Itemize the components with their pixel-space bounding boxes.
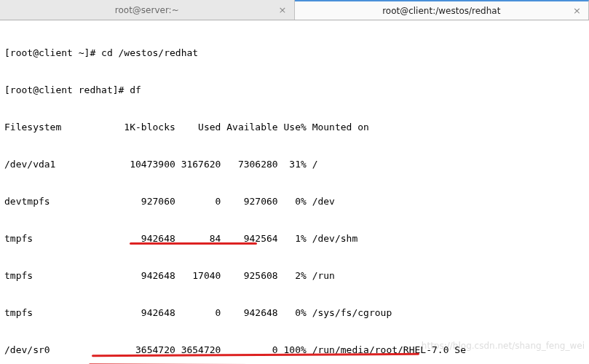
terminal-line: tmpfs 942648 17040 925608 2% /run <box>4 269 585 282</box>
terminal-line: Filesystem 1K-blocks Used Available Use%… <box>4 121 585 133</box>
terminal-line: [root@client ~]# cd /westos/redhat <box>4 47 585 59</box>
annotation-underline <box>130 242 257 245</box>
tab-server-title: root@server:~ <box>115 5 179 15</box>
terminal-line: /dev/vda1 10473900 3167620 7306280 31% / <box>4 158 585 170</box>
terminal-line: tmpfs 942648 84 942564 1% /dev/shm <box>4 232 585 245</box>
tab-server[interactable]: root@server:~ × <box>0 0 295 20</box>
terminal-output[interactable]: [root@client ~]# cd /westos/redhat [root… <box>0 20 589 364</box>
close-icon[interactable]: × <box>279 4 287 15</box>
tab-client[interactable]: root@client:/westos/redhat × <box>295 0 590 20</box>
tab-bar: root@server:~ × root@client:/westos/redh… <box>0 0 589 20</box>
tab-client-title: root@client:/westos/redhat <box>382 6 500 16</box>
terminal-line: tmpfs 942648 0 942648 0% /sys/fs/cgroup <box>4 306 585 319</box>
close-icon[interactable]: × <box>573 5 581 16</box>
terminal-line: [root@client redhat]# df <box>4 84 585 96</box>
terminal-line: devtmpfs 927060 0 927060 0% /dev <box>4 195 585 207</box>
